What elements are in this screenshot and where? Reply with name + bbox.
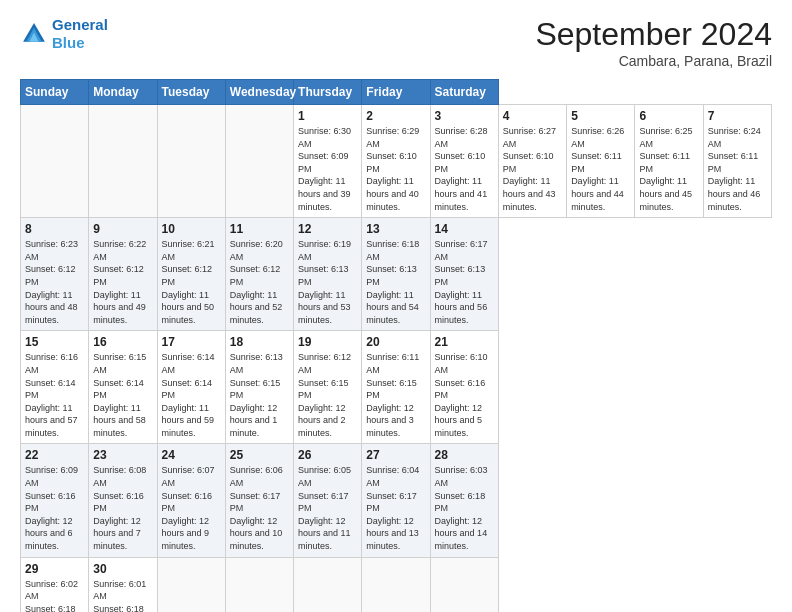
cell-content: Sunrise: 6:19 AMSunset: 6:13 PMDaylight:… — [298, 238, 357, 326]
day-number: 22 — [25, 448, 84, 462]
day-header-wednesday: Wednesday — [225, 80, 293, 105]
calendar-cell: 10Sunrise: 6:21 AMSunset: 6:12 PMDayligh… — [157, 218, 225, 331]
cell-content: Sunrise: 6:27 AMSunset: 6:10 PMDaylight:… — [503, 125, 562, 213]
cell-content: Sunrise: 6:16 AMSunset: 6:14 PMDaylight:… — [25, 351, 84, 439]
calendar-cell: 2Sunrise: 6:29 AMSunset: 6:10 PMDaylight… — [362, 105, 430, 218]
cell-content: Sunrise: 6:25 AMSunset: 6:11 PMDaylight:… — [639, 125, 698, 213]
day-number: 17 — [162, 335, 221, 349]
logo-icon — [20, 20, 48, 48]
calendar-week-2: 8Sunrise: 6:23 AMSunset: 6:12 PMDaylight… — [21, 218, 772, 331]
day-header-monday: Monday — [89, 80, 157, 105]
day-number: 5 — [571, 109, 630, 123]
calendar-header: SundayMondayTuesdayWednesdayThursdayFrid… — [21, 80, 772, 105]
day-header-thursday: Thursday — [294, 80, 362, 105]
day-number: 13 — [366, 222, 425, 236]
cell-content: Sunrise: 6:04 AMSunset: 6:17 PMDaylight:… — [366, 464, 425, 552]
calendar-cell: 8Sunrise: 6:23 AMSunset: 6:12 PMDaylight… — [21, 218, 89, 331]
calendar-cell — [225, 557, 293, 612]
calendar-cell: 20Sunrise: 6:11 AMSunset: 6:15 PMDayligh… — [362, 331, 430, 444]
cell-content: Sunrise: 6:24 AMSunset: 6:11 PMDaylight:… — [708, 125, 767, 213]
cell-content: Sunrise: 6:11 AMSunset: 6:15 PMDaylight:… — [366, 351, 425, 439]
calendar-cell: 6Sunrise: 6:25 AMSunset: 6:11 PMDaylight… — [635, 105, 703, 218]
calendar-cell: 23Sunrise: 6:08 AMSunset: 6:16 PMDayligh… — [89, 444, 157, 557]
title-block: September 2024 Cambara, Parana, Brazil — [535, 16, 772, 69]
calendar-week-5: 29Sunrise: 6:02 AMSunset: 6:18 PMDayligh… — [21, 557, 772, 612]
calendar-week-3: 15Sunrise: 6:16 AMSunset: 6:14 PMDayligh… — [21, 331, 772, 444]
day-number: 12 — [298, 222, 357, 236]
calendar-cell: 28Sunrise: 6:03 AMSunset: 6:18 PMDayligh… — [430, 444, 498, 557]
calendar-cell — [362, 557, 430, 612]
cell-content: Sunrise: 6:12 AMSunset: 6:15 PMDaylight:… — [298, 351, 357, 439]
calendar-cell: 21Sunrise: 6:10 AMSunset: 6:16 PMDayligh… — [430, 331, 498, 444]
day-number: 14 — [435, 222, 494, 236]
cell-content: Sunrise: 6:21 AMSunset: 6:12 PMDaylight:… — [162, 238, 221, 326]
day-header-tuesday: Tuesday — [157, 80, 225, 105]
calendar-cell — [157, 557, 225, 612]
calendar-cell — [294, 557, 362, 612]
calendar-cell: 14Sunrise: 6:17 AMSunset: 6:13 PMDayligh… — [430, 218, 498, 331]
calendar-cell: 11Sunrise: 6:20 AMSunset: 6:12 PMDayligh… — [225, 218, 293, 331]
calendar-week-1: 1Sunrise: 6:30 AMSunset: 6:09 PMDaylight… — [21, 105, 772, 218]
cell-content: Sunrise: 6:06 AMSunset: 6:17 PMDaylight:… — [230, 464, 289, 552]
cell-content: Sunrise: 6:18 AMSunset: 6:13 PMDaylight:… — [366, 238, 425, 326]
day-header-saturday: Saturday — [430, 80, 498, 105]
day-number: 7 — [708, 109, 767, 123]
calendar-cell: 1Sunrise: 6:30 AMSunset: 6:09 PMDaylight… — [294, 105, 362, 218]
calendar-cell: 27Sunrise: 6:04 AMSunset: 6:17 PMDayligh… — [362, 444, 430, 557]
day-number: 2 — [366, 109, 425, 123]
header-row: SundayMondayTuesdayWednesdayThursdayFrid… — [21, 80, 772, 105]
day-number: 21 — [435, 335, 494, 349]
cell-content: Sunrise: 6:15 AMSunset: 6:14 PMDaylight:… — [93, 351, 152, 439]
calendar-cell: 29Sunrise: 6:02 AMSunset: 6:18 PMDayligh… — [21, 557, 89, 612]
calendar-cell: 12Sunrise: 6:19 AMSunset: 6:13 PMDayligh… — [294, 218, 362, 331]
calendar-body: 1Sunrise: 6:30 AMSunset: 6:09 PMDaylight… — [21, 105, 772, 613]
day-number: 19 — [298, 335, 357, 349]
calendar-cell: 13Sunrise: 6:18 AMSunset: 6:13 PMDayligh… — [362, 218, 430, 331]
calendar-cell — [89, 105, 157, 218]
calendar-cell — [430, 557, 498, 612]
day-number: 18 — [230, 335, 289, 349]
logo-text: General Blue — [52, 16, 108, 52]
day-number: 3 — [435, 109, 494, 123]
calendar-table: SundayMondayTuesdayWednesdayThursdayFrid… — [20, 79, 772, 612]
day-number: 26 — [298, 448, 357, 462]
cell-content: Sunrise: 6:03 AMSunset: 6:18 PMDaylight:… — [435, 464, 494, 552]
calendar-cell: 17Sunrise: 6:14 AMSunset: 6:14 PMDayligh… — [157, 331, 225, 444]
day-header-friday: Friday — [362, 80, 430, 105]
day-number: 8 — [25, 222, 84, 236]
day-number: 15 — [25, 335, 84, 349]
day-number: 30 — [93, 562, 152, 576]
calendar-cell: 30Sunrise: 6:01 AMSunset: 6:18 PMDayligh… — [89, 557, 157, 612]
cell-content: Sunrise: 6:13 AMSunset: 6:15 PMDaylight:… — [230, 351, 289, 439]
calendar-cell — [21, 105, 89, 218]
calendar-cell: 9Sunrise: 6:22 AMSunset: 6:12 PMDaylight… — [89, 218, 157, 331]
calendar-cell: 19Sunrise: 6:12 AMSunset: 6:15 PMDayligh… — [294, 331, 362, 444]
header: General Blue September 2024 Cambara, Par… — [20, 16, 772, 69]
day-header-sunday: Sunday — [21, 80, 89, 105]
day-number: 20 — [366, 335, 425, 349]
calendar-cell: 4Sunrise: 6:27 AMSunset: 6:10 PMDaylight… — [498, 105, 566, 218]
cell-content: Sunrise: 6:29 AMSunset: 6:10 PMDaylight:… — [366, 125, 425, 213]
cell-content: Sunrise: 6:10 AMSunset: 6:16 PMDaylight:… — [435, 351, 494, 439]
calendar-cell: 7Sunrise: 6:24 AMSunset: 6:11 PMDaylight… — [703, 105, 771, 218]
calendar-cell — [157, 105, 225, 218]
calendar-cell: 3Sunrise: 6:28 AMSunset: 6:10 PMDaylight… — [430, 105, 498, 218]
cell-content: Sunrise: 6:22 AMSunset: 6:12 PMDaylight:… — [93, 238, 152, 326]
day-number: 16 — [93, 335, 152, 349]
page: General Blue September 2024 Cambara, Par… — [0, 0, 792, 612]
cell-content: Sunrise: 6:20 AMSunset: 6:12 PMDaylight:… — [230, 238, 289, 326]
cell-content: Sunrise: 6:05 AMSunset: 6:17 PMDaylight:… — [298, 464, 357, 552]
calendar-cell — [225, 105, 293, 218]
cell-content: Sunrise: 6:09 AMSunset: 6:16 PMDaylight:… — [25, 464, 84, 552]
calendar-cell: 18Sunrise: 6:13 AMSunset: 6:15 PMDayligh… — [225, 331, 293, 444]
day-number: 11 — [230, 222, 289, 236]
calendar-cell: 22Sunrise: 6:09 AMSunset: 6:16 PMDayligh… — [21, 444, 89, 557]
calendar-cell: 15Sunrise: 6:16 AMSunset: 6:14 PMDayligh… — [21, 331, 89, 444]
day-number: 1 — [298, 109, 357, 123]
cell-content: Sunrise: 6:02 AMSunset: 6:18 PMDaylight:… — [25, 578, 84, 612]
cell-content: Sunrise: 6:07 AMSunset: 6:16 PMDaylight:… — [162, 464, 221, 552]
day-number: 9 — [93, 222, 152, 236]
day-number: 28 — [435, 448, 494, 462]
day-number: 10 — [162, 222, 221, 236]
day-number: 23 — [93, 448, 152, 462]
